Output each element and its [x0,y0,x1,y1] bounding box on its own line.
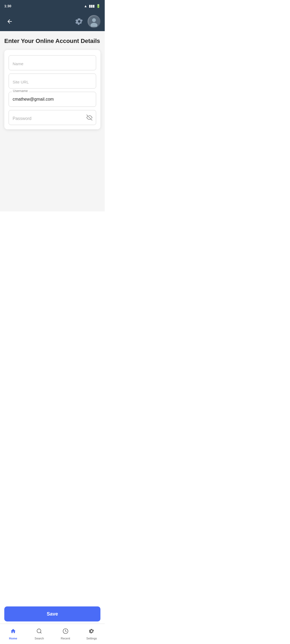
avatar-image [88,15,100,28]
status-time: 1:30 [4,4,11,8]
site-url-field-group [9,74,96,89]
back-button[interactable] [4,16,15,27]
name-input[interactable] [9,55,96,70]
gear-button[interactable] [74,16,84,27]
status-bar: 1:30 ▲ ▮▮▮ 🔋 [0,0,105,12]
toggle-password-button[interactable] [86,115,92,120]
username-input[interactable] [9,92,96,107]
time-display: 1:30 [4,4,11,8]
form-card: Username [4,50,100,129]
username-label: Username [12,89,29,93]
app-header [0,12,105,31]
signal-icon: ▮▮▮ [89,4,95,8]
avatar[interactable] [88,15,100,28]
wifi-icon: ▲ [84,4,87,8]
main-content: Enter Your Online Account Details Userna… [0,31,105,211]
header-left [4,16,15,27]
status-icons: ▲ ▮▮▮ 🔋 [84,4,100,8]
name-field-group [9,55,96,70]
battery-icon: 🔋 [96,4,100,8]
page-title: Enter Your Online Account Details [4,38,100,45]
bottom-spacer [4,135,100,183]
header-right [74,15,100,28]
password-input[interactable] [9,110,96,125]
password-field-group [9,110,96,125]
svg-point-1 [92,18,96,22]
username-field-group: Username [9,92,96,107]
site-url-input[interactable] [9,74,96,89]
